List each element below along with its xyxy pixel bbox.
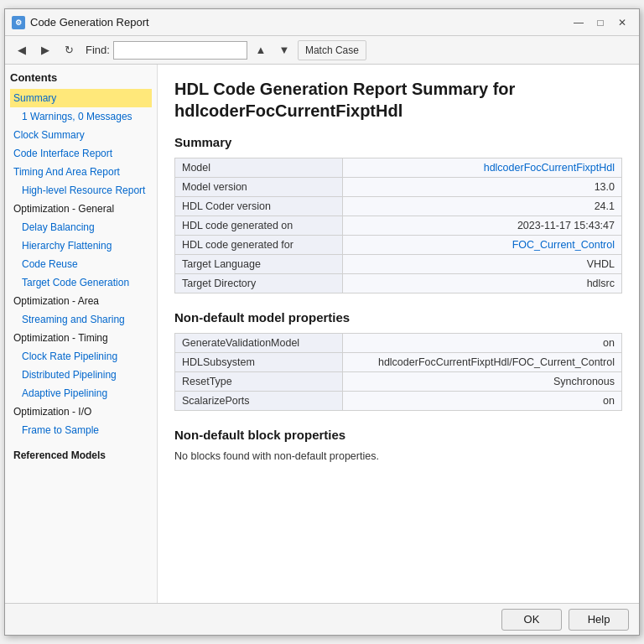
sidebar-link-code-reuse[interactable]: Code Reuse: [22, 258, 78, 270]
model-link[interactable]: hdlcoderFocCurrentFixptHdl: [484, 162, 615, 174]
sidebar-item-target-code-gen[interactable]: Target Code Generation: [10, 273, 152, 292]
sidebar: Contents Summary 1 Warnings, 0 Messages …: [5, 65, 158, 603]
footer: OK Help: [5, 603, 639, 635]
table-cell-value: 13.0: [343, 178, 622, 197]
content-area: Contents Summary 1 Warnings, 0 Messages …: [5, 65, 639, 603]
summary-heading: Summary: [174, 135, 622, 149]
non-default-model-heading: Non-default model properties: [174, 310, 622, 325]
back-button[interactable]: ◀: [12, 40, 32, 60]
sidebar-label-referenced-models: Referenced Models: [10, 446, 152, 465]
table-cell-label: ScalarizePorts: [175, 392, 343, 411]
sidebar-link-high-level-resource[interactable]: High-level Resource Report: [22, 184, 145, 196]
sidebar-label-optimization-area: Optimization - Area: [10, 292, 152, 310]
summary-table: Model hdlcoderFocCurrentFixptHdl Model v…: [174, 158, 622, 293]
table-cell-value: 2023-11-17 15:43:47: [343, 216, 622, 236]
find-label: Find:: [86, 44, 110, 56]
sidebar-link-warnings[interactable]: 1 Warnings, 0 Messages: [22, 111, 132, 122]
table-cell-value: hdlcoderFocCurrentFixptHdl: [343, 158, 622, 178]
table-cell-label: HDLSubsystem: [175, 353, 343, 372]
table-cell-value: VHDL: [343, 255, 622, 274]
table-row: HDL code generated for FOC_Current_Contr…: [175, 236, 622, 255]
table-row: ScalarizePorts on: [175, 392, 622, 411]
report-title-line2: hdlcoderFocCurrentFixptHdl: [174, 101, 402, 120]
report-title: HDL Code Generation Report Summary for h…: [174, 78, 622, 122]
table-cell-value: 24.1: [343, 197, 622, 216]
table-row: Model hdlcoderFocCurrentFixptHdl: [175, 158, 622, 178]
maximize-button[interactable]: □: [590, 14, 610, 31]
sidebar-item-delay-balancing[interactable]: Delay Balancing: [10, 218, 152, 236]
table-cell-label: Model: [175, 158, 343, 178]
find-input[interactable]: [113, 41, 247, 60]
sidebar-link-delay-balancing[interactable]: Delay Balancing: [22, 221, 95, 233]
find-prev-button[interactable]: ▲: [251, 40, 271, 60]
sidebar-item-warnings[interactable]: 1 Warnings, 0 Messages: [10, 107, 152, 126]
table-cell-label: Target Language: [175, 255, 343, 274]
sidebar-link-summary[interactable]: Summary: [13, 92, 56, 104]
sidebar-link-clock-summary[interactable]: Clock Summary: [13, 129, 85, 141]
report-title-line1: HDL Code Generation Report Summary for: [174, 80, 515, 98]
sidebar-item-clock-rate-pipelining[interactable]: Clock Rate Pipelining: [10, 347, 152, 366]
table-cell-value: hdlcoderFocCurrentFixptHdl/FOC_Current_C…: [343, 353, 622, 372]
window-title: Code Generation Report: [30, 16, 569, 29]
table-row: HDL Coder version 24.1: [175, 197, 622, 216]
table-cell-label: Target Directory: [175, 274, 343, 293]
title-bar-buttons: — □ ✕: [569, 14, 632, 31]
sidebar-link-adaptive-pipelining[interactable]: Adaptive Pipelining: [22, 387, 107, 399]
table-cell-label: HDL code generated on: [175, 216, 343, 236]
table-cell-value: hdlsrc: [343, 274, 622, 293]
help-button[interactable]: Help: [569, 609, 629, 631]
sidebar-label-optimization-io: Optimization - I/O: [10, 402, 152, 421]
window-icon: ⚙: [12, 16, 25, 29]
sidebar-item-streaming-sharing[interactable]: Streaming and Sharing: [10, 310, 152, 329]
minimize-button[interactable]: —: [569, 14, 589, 31]
table-cell-label: Model version: [175, 178, 343, 197]
sidebar-item-summary[interactable]: Summary: [10, 89, 152, 107]
close-button[interactable]: ✕: [612, 14, 632, 31]
main-window: ⚙ Code Generation Report — □ ✕ ◀ ▶ ↻ Fin…: [4, 8, 640, 636]
table-row: Model version 13.0: [175, 178, 622, 197]
sidebar-title: Contents: [10, 71, 152, 84]
sidebar-item-high-level-resource[interactable]: High-level Resource Report: [10, 181, 152, 200]
table-row: Target Directory hdlsrc: [175, 274, 622, 293]
sidebar-item-distributed-pipelining[interactable]: Distributed Pipelining: [10, 366, 152, 384]
refresh-button[interactable]: ↻: [59, 40, 79, 60]
sidebar-item-timing-area[interactable]: Timing And Area Report: [10, 163, 152, 181]
sidebar-link-clock-rate-pipelining[interactable]: Clock Rate Pipelining: [22, 351, 117, 362]
sidebar-label-optimization-general: Optimization - General: [10, 200, 152, 218]
table-cell-label: HDL code generated for: [175, 236, 343, 255]
sidebar-item-code-reuse[interactable]: Code Reuse: [10, 255, 152, 273]
non-default-block-heading: Non-default block properties: [174, 428, 622, 442]
sidebar-link-target-code-gen[interactable]: Target Code Generation: [22, 277, 129, 288]
sidebar-link-hierarchy-flattening[interactable]: Hierarchy Flattening: [22, 240, 112, 252]
sidebar-link-timing-area[interactable]: Timing And Area Report: [13, 166, 120, 178]
table-row: ResetType Synchronous: [175, 372, 622, 392]
table-row: HDLSubsystem hdlcoderFocCurrentFixptHdl/…: [175, 353, 622, 372]
sidebar-item-hierarchy-flattening[interactable]: Hierarchy Flattening: [10, 236, 152, 255]
sidebar-label-optimization-timing: Optimization - Timing: [10, 329, 152, 347]
table-cell-value: Synchronous: [343, 372, 622, 392]
sidebar-item-code-interface[interactable]: Code Interface Report: [10, 144, 152, 163]
sidebar-link-code-interface[interactable]: Code Interface Report: [13, 148, 112, 159]
table-cell-value: FOC_Current_Control: [343, 236, 622, 255]
forward-button[interactable]: ▶: [35, 40, 55, 60]
table-cell-value: on: [343, 392, 622, 411]
table-cell-label: GenerateValidationModel: [175, 334, 343, 353]
sidebar-item-adaptive-pipelining[interactable]: Adaptive Pipelining: [10, 384, 152, 402]
ok-button[interactable]: OK: [501, 609, 562, 631]
sidebar-item-frame-to-sample[interactable]: Frame to Sample: [10, 421, 152, 439]
sidebar-item-clock-summary[interactable]: Clock Summary: [10, 126, 152, 144]
table-row: Target Language VHDL: [175, 255, 622, 274]
match-case-button[interactable]: Match Case: [298, 40, 366, 60]
table-row: HDL code generated on 2023-11-17 15:43:4…: [175, 216, 622, 236]
sidebar-link-streaming-sharing[interactable]: Streaming and Sharing: [22, 314, 125, 325]
main-content: HDL Code Generation Report Summary for h…: [158, 65, 639, 603]
table-row: GenerateValidationModel on: [175, 334, 622, 353]
table-cell-label: ResetType: [175, 372, 343, 392]
sidebar-link-frame-to-sample[interactable]: Frame to Sample: [22, 424, 99, 436]
find-next-button[interactable]: ▼: [274, 40, 294, 60]
hdl-generated-for-link[interactable]: FOC_Current_Control: [512, 239, 615, 251]
sidebar-link-distributed-pipelining[interactable]: Distributed Pipelining: [22, 369, 117, 381]
toolbar: ◀ ▶ ↻ Find: ▲ ▼ Match Case: [5, 36, 639, 65]
non-default-model-table: GenerateValidationModel on HDLSubsystem …: [174, 333, 622, 411]
no-blocks-text: No blocks found with non-default propert…: [174, 450, 622, 462]
